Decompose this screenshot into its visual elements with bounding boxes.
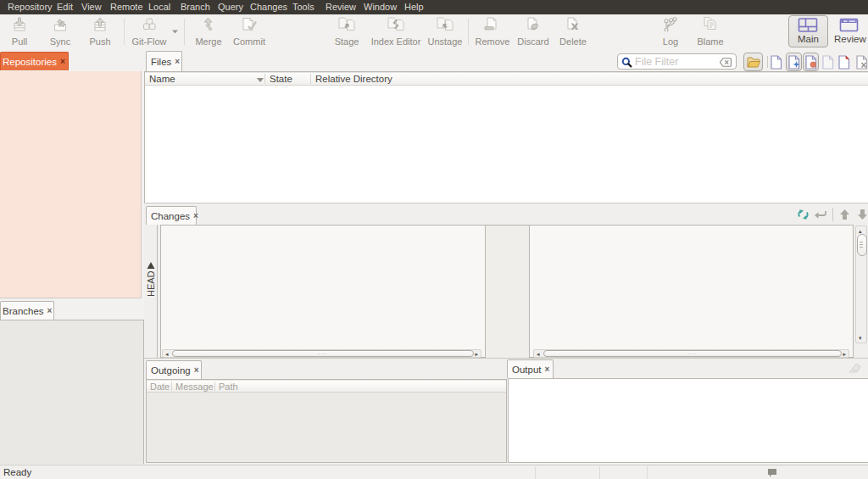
svg-text:HEAD: HEAD (146, 270, 156, 296)
